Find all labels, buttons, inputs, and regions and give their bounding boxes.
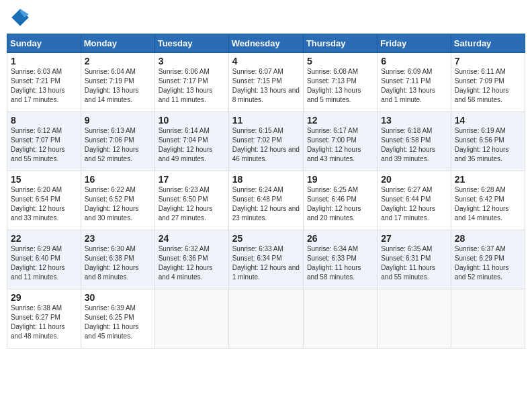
day-info: Sunrise: 6:13 AM Sunset: 7:06 PM Dayligh…: [85, 126, 151, 164]
sunset-text: Sunset: 6:54 PM: [11, 195, 60, 203]
day-info: Sunrise: 6:33 AM Sunset: 6:34 PM Dayligh…: [232, 244, 300, 282]
sunrise-text: Sunrise: 6:18 AM: [381, 127, 432, 134]
daylight-text: Daylight: 12 hours and 46 minutes.: [232, 146, 300, 163]
sunrise-text: Sunrise: 6:20 AM: [11, 186, 62, 193]
daylight-text: Daylight: 12 hours and 1 minute.: [232, 264, 300, 281]
calendar-day-cell: 20 Sunrise: 6:27 AM Sunset: 6:44 PM Dayl…: [378, 171, 451, 230]
calendar-day-cell: 7 Sunrise: 6:11 AM Sunset: 7:09 PM Dayli…: [451, 53, 525, 112]
sunset-text: Sunset: 7:06 PM: [85, 136, 134, 144]
daylight-text: Daylight: 12 hours and 14 minutes.: [455, 205, 509, 222]
page-header: [7, 7, 525, 28]
day-info: Sunrise: 6:18 AM Sunset: 6:58 PM Dayligh…: [381, 126, 447, 164]
day-of-week-header: Sunday: [7, 34, 81, 53]
calendar-day-cell: 25 Sunrise: 6:33 AM Sunset: 6:34 PM Dayl…: [228, 230, 303, 289]
daylight-text: Daylight: 12 hours and 43 minutes.: [307, 146, 361, 163]
sunrise-text: Sunrise: 6:32 AM: [159, 245, 210, 253]
daylight-text: Daylight: 12 hours and 49 minutes.: [159, 146, 213, 163]
calendar-day-cell: 9 Sunrise: 6:13 AM Sunset: 7:06 PM Dayli…: [81, 112, 154, 171]
calendar-week-row: 22 Sunrise: 6:29 AM Sunset: 6:40 PM Dayl…: [7, 230, 525, 289]
sunrise-text: Sunrise: 6:28 AM: [455, 186, 506, 193]
daylight-text: Daylight: 13 hours and 17 minutes.: [11, 87, 65, 103]
calendar-day-cell: [378, 289, 451, 349]
sunrise-text: Sunrise: 6:19 AM: [455, 127, 506, 134]
calendar-day-cell: 8 Sunrise: 6:12 AM Sunset: 7:07 PM Dayli…: [7, 112, 81, 171]
daylight-text: Daylight: 12 hours and 8 minutes.: [85, 264, 139, 281]
day-number: 30: [85, 292, 151, 303]
sunset-text: Sunset: 6:27 PM: [11, 314, 60, 321]
day-number: 24: [159, 233, 225, 244]
day-info: Sunrise: 6:38 AM Sunset: 6:27 PM Dayligh…: [11, 304, 77, 341]
day-info: Sunrise: 6:19 AM Sunset: 6:56 PM Dayligh…: [455, 126, 521, 164]
day-number: 12: [307, 115, 373, 126]
sunrise-text: Sunrise: 6:38 AM: [11, 304, 62, 312]
sunset-text: Sunset: 7:11 PM: [381, 77, 431, 85]
day-number: 11: [232, 115, 300, 126]
sunset-text: Sunset: 6:58 PM: [381, 136, 431, 144]
daylight-text: Daylight: 12 hours and 4 minutes.: [159, 264, 213, 281]
calendar-day-cell: [228, 289, 303, 349]
calendar-day-cell: 29 Sunrise: 6:38 AM Sunset: 6:27 PM Dayl…: [7, 289, 81, 349]
day-info: Sunrise: 6:23 AM Sunset: 6:50 PM Dayligh…: [159, 185, 225, 223]
day-info: Sunrise: 6:29 AM Sunset: 6:40 PM Dayligh…: [11, 244, 77, 282]
day-info: Sunrise: 6:39 AM Sunset: 6:25 PM Dayligh…: [85, 304, 151, 341]
calendar-day-cell: 24 Sunrise: 6:32 AM Sunset: 6:36 PM Dayl…: [154, 230, 228, 289]
day-of-week-header: Wednesday: [228, 34, 303, 53]
daylight-text: Daylight: 12 hours and 52 minutes.: [85, 146, 139, 163]
sunrise-text: Sunrise: 6:33 AM: [232, 245, 283, 253]
day-number: 22: [11, 233, 77, 244]
day-of-week-header: Thursday: [303, 34, 377, 53]
day-number: 19: [307, 174, 373, 185]
sunrise-text: Sunrise: 6:24 AM: [232, 186, 283, 193]
daylight-text: Daylight: 12 hours and 20 minutes.: [307, 205, 361, 222]
day-number: 6: [381, 56, 447, 66]
day-number: 27: [381, 233, 447, 244]
day-number: 16: [85, 174, 151, 185]
day-number: 28: [455, 233, 521, 244]
daylight-text: Daylight: 12 hours and 23 minutes.: [232, 205, 300, 222]
sunset-text: Sunset: 6:52 PM: [85, 195, 134, 203]
sunrise-text: Sunrise: 6:37 AM: [455, 245, 506, 253]
day-info: Sunrise: 6:28 AM Sunset: 6:42 PM Dayligh…: [455, 185, 521, 223]
day-number: 21: [455, 174, 521, 185]
day-info: Sunrise: 6:11 AM Sunset: 7:09 PM Dayligh…: [455, 67, 521, 105]
day-info: Sunrise: 6:08 AM Sunset: 7:13 PM Dayligh…: [307, 67, 373, 105]
day-info: Sunrise: 6:32 AM Sunset: 6:36 PM Dayligh…: [159, 244, 225, 282]
sunset-text: Sunset: 6:42 PM: [455, 195, 504, 203]
sunset-text: Sunset: 6:50 PM: [159, 195, 208, 203]
sunset-text: Sunset: 7:19 PM: [85, 77, 134, 85]
day-info: Sunrise: 6:20 AM Sunset: 6:54 PM Dayligh…: [11, 185, 77, 223]
day-number: 9: [85, 115, 151, 126]
day-of-week-header: Monday: [81, 34, 154, 53]
day-number: 5: [307, 56, 373, 66]
calendar-day-cell: 1 Sunrise: 6:03 AM Sunset: 7:21 PM Dayli…: [7, 53, 81, 112]
sunset-text: Sunset: 7:02 PM: [232, 136, 282, 144]
sunset-text: Sunset: 6:34 PM: [232, 255, 282, 262]
sunrise-text: Sunrise: 6:04 AM: [85, 68, 136, 75]
day-info: Sunrise: 6:07 AM Sunset: 7:15 PM Dayligh…: [232, 67, 300, 105]
day-info: Sunrise: 6:15 AM Sunset: 7:02 PM Dayligh…: [232, 126, 300, 164]
day-number: 18: [232, 174, 300, 185]
calendar-day-cell: 27 Sunrise: 6:35 AM Sunset: 6:31 PM Dayl…: [378, 230, 451, 289]
calendar-day-cell: [451, 289, 525, 349]
day-info: Sunrise: 6:25 AM Sunset: 6:46 PM Dayligh…: [307, 185, 373, 223]
day-info: Sunrise: 6:17 AM Sunset: 7:00 PM Dayligh…: [307, 126, 373, 164]
day-info: Sunrise: 6:24 AM Sunset: 6:48 PM Dayligh…: [232, 185, 300, 223]
day-info: Sunrise: 6:12 AM Sunset: 7:07 PM Dayligh…: [11, 126, 77, 164]
sunrise-text: Sunrise: 6:34 AM: [307, 245, 358, 253]
logo: [9, 7, 34, 28]
daylight-text: Daylight: 12 hours and 58 minutes.: [455, 87, 509, 103]
calendar-day-cell: 28 Sunrise: 6:37 AM Sunset: 6:29 PM Dayl…: [451, 230, 525, 289]
daylight-text: Daylight: 12 hours and 55 minutes.: [11, 146, 65, 163]
day-number: 20: [381, 174, 447, 185]
calendar-day-cell: 14 Sunrise: 6:19 AM Sunset: 6:56 PM Dayl…: [451, 112, 525, 171]
day-number: 13: [381, 115, 447, 126]
sunset-text: Sunset: 7:09 PM: [455, 77, 504, 85]
sunrise-text: Sunrise: 6:29 AM: [11, 245, 62, 253]
calendar-table: SundayMondayTuesdayWednesdayThursdayFrid…: [7, 34, 525, 349]
daylight-text: Daylight: 12 hours and 36 minutes.: [455, 146, 509, 163]
sunset-text: Sunset: 6:48 PM: [232, 195, 282, 203]
calendar-day-cell: 18 Sunrise: 6:24 AM Sunset: 6:48 PM Dayl…: [228, 171, 303, 230]
day-info: Sunrise: 6:30 AM Sunset: 6:38 PM Dayligh…: [85, 244, 151, 282]
calendar-day-cell: 10 Sunrise: 6:14 AM Sunset: 7:04 PM Dayl…: [154, 112, 228, 171]
day-info: Sunrise: 6:37 AM Sunset: 6:29 PM Dayligh…: [455, 244, 521, 282]
